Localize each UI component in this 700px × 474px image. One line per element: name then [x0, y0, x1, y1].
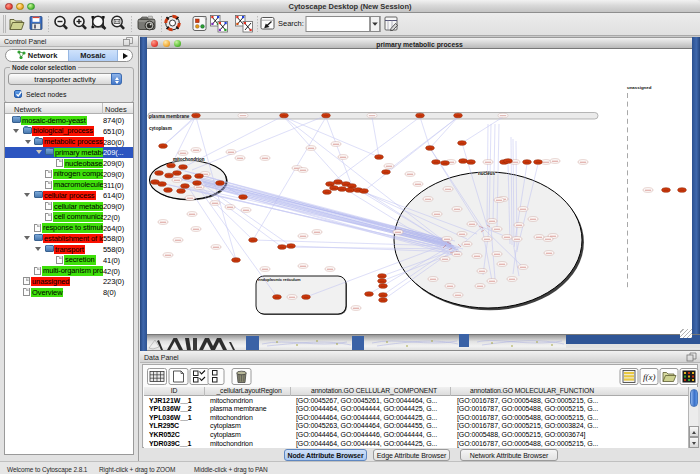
svg-text:unassigned: unassigned	[627, 85, 652, 90]
svg-text:cytoplasm: cytoplasm	[149, 126, 172, 131]
svg-text:nucleus: nucleus	[478, 171, 496, 176]
svg-text:Search:: Search:	[278, 19, 304, 28]
svg-text:mitochondrion: mitochondrion	[173, 157, 205, 162]
svg-text:endoplasmic reticulum: endoplasmic reticulum	[258, 277, 301, 282]
svg-text:plasma membrane: plasma membrane	[149, 114, 190, 119]
svg-text:f(x): f(x)	[643, 372, 656, 382]
